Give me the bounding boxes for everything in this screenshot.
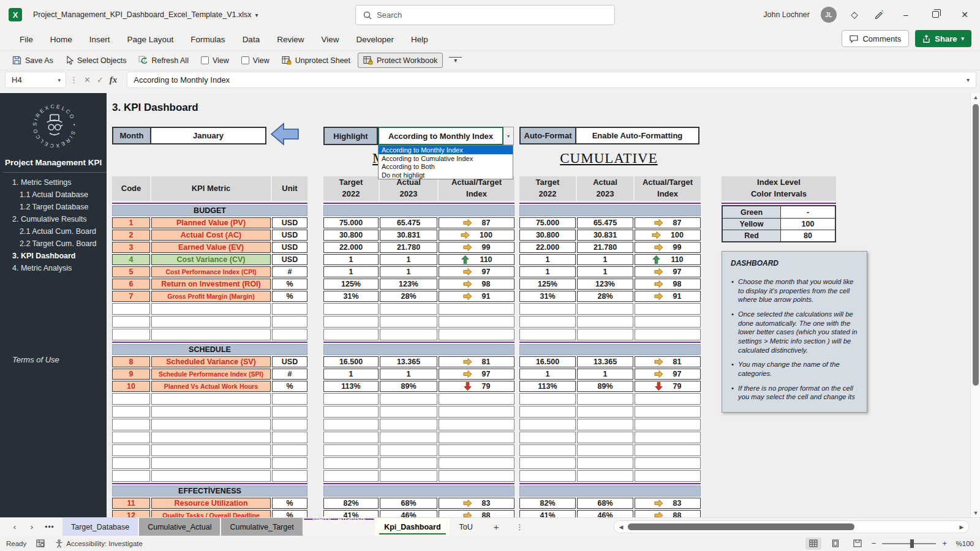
target-value-cell[interactable]: 75.000 <box>519 217 576 228</box>
empty-cell[interactable] <box>151 393 271 405</box>
kpi-metric-cell[interactable]: Resource Utilization <box>151 498 271 509</box>
index-value-cell[interactable]: 79 <box>635 381 701 392</box>
tabstrip-kebab-icon[interactable]: ⋮ <box>510 518 530 536</box>
target-value-cell[interactable]: 1 <box>323 266 379 277</box>
actual-value-cell[interactable]: 65.475 <box>577 217 633 228</box>
index-value-cell[interactable]: 98 <box>635 279 701 290</box>
sheet-tab-tou[interactable]: ToU <box>451 518 481 536</box>
zoom-slider-thumb[interactable] <box>910 539 914 548</box>
empty-cell[interactable] <box>439 406 514 418</box>
actual-value-cell[interactable]: 46% <box>380 510 437 517</box>
empty-cell[interactable] <box>577 457 633 469</box>
empty-cell[interactable] <box>112 419 150 430</box>
actual-value-cell[interactable]: 28% <box>577 291 633 302</box>
empty-cell[interactable] <box>323 329 379 340</box>
empty-cell[interactable] <box>380 303 437 315</box>
excel-app-icon[interactable]: X <box>9 8 22 21</box>
kpi-metric-cell[interactable]: Planned Value (PV) <box>151 217 271 228</box>
target-value-cell[interactable]: 1 <box>323 254 379 265</box>
prev-sheet-icon[interactable]: ‹ <box>6 522 23 531</box>
empty-cell[interactable] <box>323 406 379 418</box>
empty-cell[interactable] <box>323 444 379 456</box>
empty-cell[interactable] <box>323 316 379 328</box>
toolbar-overflow-icon[interactable]: ▾ <box>449 57 462 64</box>
empty-cell[interactable] <box>519 470 576 482</box>
kpi-unit-cell[interactable]: USD <box>272 254 307 265</box>
empty-cell[interactable] <box>151 316 271 328</box>
kpi-code-cell[interactable]: 11 <box>112 498 150 509</box>
empty-cell[interactable] <box>380 329 437 340</box>
kpi-code-cell[interactable]: 3 <box>112 242 150 253</box>
view-checkbox-1[interactable]: View <box>196 54 234 67</box>
filename-chevron-icon[interactable]: ▾ <box>255 12 258 18</box>
empty-cell[interactable] <box>519 329 576 340</box>
name-box[interactable]: H4 ▾ <box>5 72 66 88</box>
empty-cell[interactable] <box>635 406 701 418</box>
actual-value-cell[interactable]: 30.831 <box>380 230 437 241</box>
empty-cell[interactable] <box>519 406 576 418</box>
sidebar-item-1-2-target-database[interactable]: 1.2 Target Database <box>2 201 107 213</box>
index-value-cell[interactable]: 97 <box>635 369 701 380</box>
empty-cell[interactable] <box>272 329 307 340</box>
kpi-unit-cell[interactable]: USD <box>272 356 307 367</box>
macro-record-icon[interactable] <box>36 539 45 548</box>
target-value-cell[interactable]: 30.800 <box>323 230 379 241</box>
scroll-right-icon[interactable]: ▶ <box>955 524 968 530</box>
kpi-metric-cell[interactable]: Gross Profit Margin (Margin) <box>151 291 271 302</box>
actual-value-cell[interactable]: 46% <box>577 510 633 517</box>
month-value-cell[interactable]: January <box>151 128 265 143</box>
empty-cell[interactable] <box>112 406 150 418</box>
empty-cell[interactable] <box>635 329 701 340</box>
target-value-cell[interactable]: 1 <box>519 266 576 277</box>
zoom-out-button[interactable]: − <box>872 539 876 548</box>
actual-value-cell[interactable]: 1 <box>577 266 633 277</box>
user-name[interactable]: John Lochner <box>763 10 810 19</box>
sidebar-item-3-kpi-dashboard[interactable]: 3. KPI Dashboard <box>2 250 107 262</box>
kpi-code-cell[interactable]: 5 <box>112 266 150 277</box>
empty-cell[interactable] <box>577 393 633 405</box>
save-as-button[interactable]: Save As <box>7 53 58 67</box>
target-value-cell[interactable]: 16.500 <box>323 356 379 367</box>
target-value-cell[interactable]: 82% <box>519 498 576 509</box>
actual-value-cell[interactable]: 65.475 <box>380 217 437 228</box>
normal-view-icon[interactable] <box>805 538 821 550</box>
index-value-cell[interactable]: 79 <box>439 381 514 392</box>
highlight-dropdown-button[interactable]: ▾ <box>503 127 514 145</box>
kpi-metric-cell[interactable]: Return on Investment (ROI) <box>151 279 271 290</box>
actual-value-cell[interactable]: 1 <box>577 254 633 265</box>
target-value-cell[interactable]: 30.800 <box>519 230 576 241</box>
actual-value-cell[interactable]: 123% <box>577 279 633 290</box>
page-break-view-icon[interactable] <box>850 538 865 550</box>
empty-cell[interactable] <box>380 457 437 469</box>
index-value-cell[interactable]: 91 <box>635 291 701 302</box>
empty-cell[interactable] <box>323 303 379 315</box>
kpi-unit-cell[interactable]: % <box>272 381 307 392</box>
target-value-cell[interactable]: 1 <box>519 254 576 265</box>
empty-cell[interactable] <box>272 444 307 456</box>
kpi-unit-cell[interactable]: % <box>272 498 307 509</box>
select-objects-button[interactable]: Select Objects <box>61 53 132 67</box>
index-value-cell[interactable]: 91 <box>439 291 514 302</box>
formula-expand-icon[interactable]: ▾ <box>967 77 970 83</box>
kpi-metric-cell[interactable]: Earned Value (EV) <box>151 242 271 253</box>
empty-cell[interactable] <box>519 393 576 405</box>
unprotect-sheet-button[interactable]: Unprotect Sheet <box>277 53 355 67</box>
empty-cell[interactable] <box>439 419 514 430</box>
empty-cell[interactable] <box>151 329 271 340</box>
kpi-code-cell[interactable]: 9 <box>112 369 150 380</box>
all-sheets-icon[interactable]: ••• <box>40 523 59 531</box>
checkbox-icon[interactable] <box>241 56 249 64</box>
empty-cell[interactable] <box>380 432 437 443</box>
kpi-metric-cell[interactable]: Schedule Performance Index (SPI) <box>151 369 271 380</box>
empty-cell[interactable] <box>635 393 701 405</box>
index-value-cell[interactable]: 83 <box>439 498 514 509</box>
target-value-cell[interactable]: 41% <box>519 510 576 517</box>
legend-value[interactable]: - <box>781 206 835 218</box>
target-value-cell[interactable]: 125% <box>323 279 379 290</box>
empty-cell[interactable] <box>577 303 633 315</box>
empty-cell[interactable] <box>380 470 437 482</box>
target-value-cell[interactable]: 113% <box>519 381 576 392</box>
sheet-tab-cumulative_target[interactable]: Cumulative_Target <box>221 518 302 536</box>
actual-value-cell[interactable]: 1 <box>380 254 437 265</box>
formula-input[interactable]: According to Monthly Index ▾ <box>127 72 976 88</box>
